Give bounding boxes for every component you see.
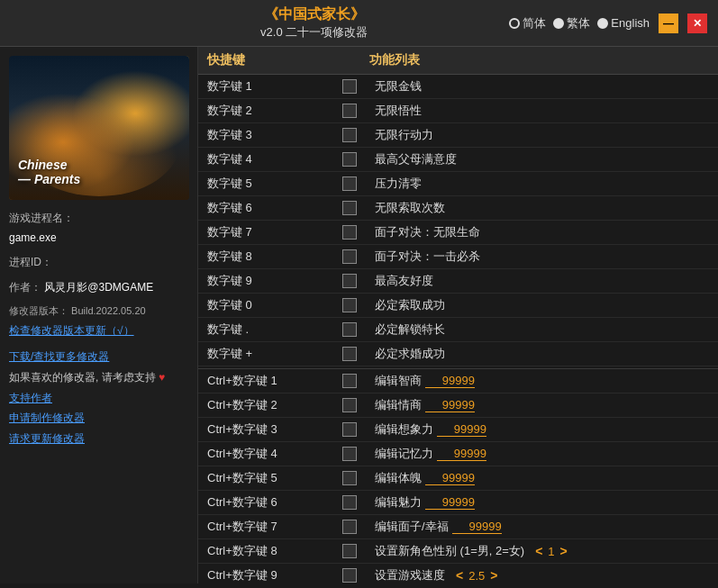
close-button[interactable]: ✕: [687, 14, 707, 33]
checkbox[interactable]: [342, 568, 357, 583]
key-cell: 数字键 2: [207, 103, 342, 119]
table-row: Ctrl+数字键 8设置新角色性别 (1=男, 2=女)<1>: [198, 539, 718, 564]
feature-cell-input: 编辑记忆力: [369, 446, 709, 462]
key-cell: 数字键 4: [207, 151, 342, 167]
feature-input-field[interactable]: [437, 447, 486, 461]
feature-cell-input: 编辑体魄: [369, 470, 709, 486]
table-row: Ctrl+数字键 7编辑面子/幸福: [198, 515, 718, 539]
checkbox[interactable]: [342, 322, 357, 337]
feature-input-field[interactable]: [452, 520, 502, 534]
checkbox[interactable]: [342, 495, 357, 510]
col-key-header: 快捷键: [207, 52, 342, 68]
radio-group: 简体 繁体 English: [509, 15, 650, 32]
key-cell: 数字键 0: [207, 297, 342, 313]
checkbox[interactable]: [342, 398, 357, 412]
lang-fanti[interactable]: 繁体: [553, 15, 590, 32]
support-author-link[interactable]: 支持作者: [9, 388, 188, 409]
nav-arrows: <1>: [535, 544, 568, 558]
game-title-line2: — Parents: [18, 172, 80, 186]
table-row: Ctrl+数字键 2编辑情商: [198, 394, 718, 418]
minimize-button[interactable]: —: [659, 14, 678, 33]
checkbox[interactable]: [342, 274, 357, 288]
checkbox[interactable]: [342, 347, 357, 361]
version-value: Build.2022.05.20: [71, 305, 146, 316]
checkbox[interactable]: [342, 471, 357, 485]
nav-value: 1: [548, 545, 554, 558]
checkbox[interactable]: [342, 104, 357, 118]
table-body: 数字键 1无限金钱数字键 2无限悟性数字键 3无限行动力数字键 4最高父母满意度…: [198, 75, 718, 583]
table-row: Ctrl+数字键 3编辑想象力: [198, 418, 718, 442]
table-row: 数字键 3无限行动力: [198, 123, 718, 148]
checkbox[interactable]: [342, 298, 357, 312]
table-row: 数字键 +必定求婚成功: [198, 342, 718, 366]
key-cell: 数字键 1: [207, 78, 342, 95]
check-update-link[interactable]: 检查修改器版本更新（√）: [9, 321, 188, 341]
key-cell: Ctrl+数字键 2: [207, 397, 342, 413]
lang-english[interactable]: English: [597, 16, 650, 30]
checkbox[interactable]: [342, 447, 357, 461]
feature-label: 编辑记忆力: [375, 446, 433, 462]
request-update-link[interactable]: 请求更新修改器: [9, 429, 188, 449]
pid-label: 进程ID：: [9, 256, 52, 268]
version-row: 修改器版本： Build.2022.05.20: [9, 303, 188, 321]
feature-cell: 无限金钱: [369, 78, 709, 95]
feature-cell: 无限行动力: [369, 127, 709, 143]
arrow-left[interactable]: <: [535, 544, 542, 558]
title-center: 《中国式家长》 v2.0 二十一项修改器: [119, 5, 509, 41]
info-section: 游戏进程名： game.exe 进程ID： 作者： 风灵月影@3DMGAME 修…: [9, 209, 188, 449]
app-title: 《中国式家长》: [119, 5, 509, 24]
arrow-right[interactable]: >: [560, 544, 568, 558]
feature-input-field[interactable]: [425, 398, 475, 412]
titlebar: 《中国式家长》 v2.0 二十一项修改器 简体 繁体 English — ✕: [0, 0, 718, 47]
checkbox[interactable]: [342, 128, 357, 142]
feature-cell: 必定索取成功: [369, 297, 709, 313]
checkbox[interactable]: [342, 249, 357, 264]
table-row: 数字键 8面子对决：一击必杀: [198, 245, 718, 269]
request-trainer-link[interactable]: 申请制作修改器: [9, 408, 188, 429]
feature-input-field[interactable]: [425, 495, 475, 510]
table-row: 数字键 4最高父母满意度: [198, 148, 718, 172]
key-cell: Ctrl+数字键 5: [207, 470, 342, 486]
version-label: 修改器版本：: [9, 305, 68, 316]
table-row: Ctrl+数字键 9设置游戏速度<2.5>: [198, 564, 718, 583]
lang-jiantian[interactable]: 简体: [509, 15, 546, 32]
feature-label: 编辑情商: [375, 397, 422, 413]
checkbox[interactable]: [342, 79, 357, 94]
radio-fanti-circle: [553, 18, 564, 29]
check-update-row[interactable]: 检查修改器版本更新（√）: [9, 321, 188, 341]
process-value: game.exe: [9, 231, 57, 244]
feature-label: 设置游戏速度: [375, 567, 445, 583]
checkbox[interactable]: [342, 152, 357, 167]
checkbox[interactable]: [342, 176, 357, 191]
feature-input-field[interactable]: [425, 374, 475, 388]
feature-label: 设置新角色性别 (1=男, 2=女): [375, 543, 524, 559]
checkbox[interactable]: [342, 422, 357, 437]
checkbox[interactable]: [342, 201, 357, 215]
process-label: 游戏进程名：: [9, 212, 74, 224]
feature-cell-input: 编辑情商: [369, 397, 709, 413]
feature-cell-input: 编辑想象力: [369, 421, 709, 438]
feature-cell: 无限悟性: [369, 103, 709, 119]
lang-controls: 简体 繁体 English — ✕: [509, 14, 707, 33]
key-cell: 数字键 6: [207, 200, 342, 216]
feature-cell: 面子对决：一击必杀: [369, 249, 709, 265]
feature-cell-nav: 设置游戏速度<2.5>: [369, 567, 709, 583]
feature-label: 编辑想象力: [375, 421, 433, 438]
arrow-right[interactable]: >: [490, 568, 497, 583]
game-title-overlay: Chinese — Parents: [18, 158, 80, 186]
table-row: 数字键 1无限金钱: [198, 75, 718, 99]
feature-label: 编辑面子/幸福: [375, 519, 449, 535]
feature-input-field[interactable]: [425, 471, 475, 485]
checkbox[interactable]: [342, 544, 357, 558]
checkbox[interactable]: [342, 374, 357, 388]
key-cell: 数字键 7: [207, 224, 342, 240]
arrow-left[interactable]: <: [456, 568, 463, 583]
author-row: 作者： 风灵月影@3DMGAME: [9, 278, 188, 298]
feature-cell: 最高父母满意度: [369, 151, 709, 167]
checkbox[interactable]: [342, 520, 357, 534]
download-link[interactable]: 下载/查找更多修改器: [9, 347, 188, 367]
lang-english-label: English: [611, 16, 650, 30]
checkbox[interactable]: [342, 225, 357, 240]
feature-input-field[interactable]: [437, 422, 486, 437]
feature-cell-input: 编辑面子/幸福: [369, 519, 709, 535]
